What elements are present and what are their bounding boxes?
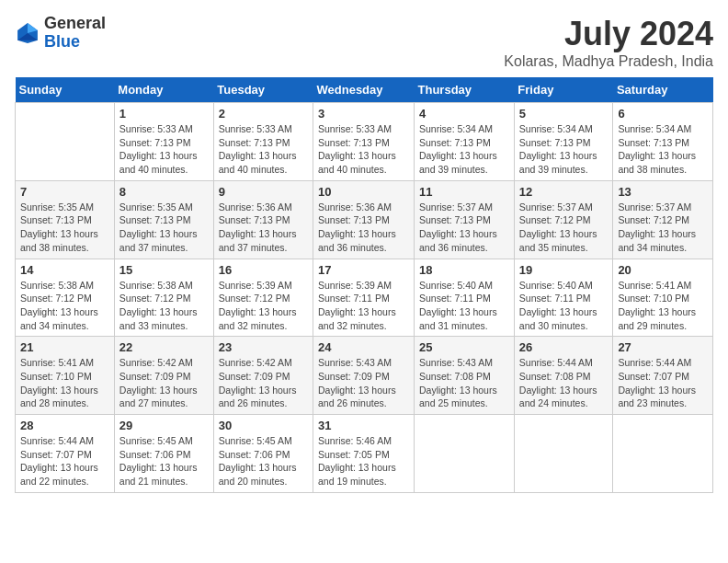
calendar-cell: 12Sunrise: 5:37 AMSunset: 7:12 PMDayligh… bbox=[514, 180, 613, 259]
day-number: 28 bbox=[20, 419, 109, 432]
day-info: Sunrise: 5:33 AMSunset: 7:13 PMDaylight:… bbox=[318, 122, 409, 177]
calendar-cell: 14Sunrise: 5:38 AMSunset: 7:12 PMDayligh… bbox=[16, 259, 115, 337]
day-info: Sunrise: 5:38 AMSunset: 7:12 PMDaylight:… bbox=[119, 279, 209, 333]
day-number: 6 bbox=[618, 107, 708, 121]
day-number: 1 bbox=[119, 107, 209, 121]
calendar-cell: 23Sunrise: 5:42 AMSunset: 7:09 PMDayligh… bbox=[213, 337, 313, 415]
calendar-cell: 15Sunrise: 5:38 AMSunset: 7:12 PMDayligh… bbox=[114, 259, 213, 337]
day-number: 12 bbox=[519, 185, 609, 199]
calendar-cell: 22Sunrise: 5:42 AMSunset: 7:09 PMDayligh… bbox=[114, 337, 213, 415]
day-number: 5 bbox=[519, 107, 609, 121]
day-info: Sunrise: 5:35 AMSunset: 7:13 PMDaylight:… bbox=[119, 201, 209, 255]
calendar-cell bbox=[514, 415, 613, 493]
calendar-cell bbox=[415, 415, 515, 493]
day-info: Sunrise: 5:44 AMSunset: 7:08 PMDaylight:… bbox=[519, 356, 609, 410]
day-info: Sunrise: 5:42 AMSunset: 7:09 PMDaylight:… bbox=[219, 356, 308, 410]
day-number: 20 bbox=[618, 263, 708, 277]
day-info: Sunrise: 5:38 AMSunset: 7:12 PMDaylight:… bbox=[20, 279, 109, 333]
day-number: 24 bbox=[318, 340, 409, 354]
day-info: Sunrise: 5:39 AMSunset: 7:11 PMDaylight:… bbox=[318, 279, 409, 333]
day-info: Sunrise: 5:37 AMSunset: 7:12 PMDaylight:… bbox=[519, 201, 609, 255]
week-row-4: 21Sunrise: 5:41 AMSunset: 7:10 PMDayligh… bbox=[16, 337, 713, 415]
day-number: 30 bbox=[219, 419, 308, 432]
day-info: Sunrise: 5:36 AMSunset: 7:13 PMDaylight:… bbox=[219, 201, 308, 255]
title-section: July 2024 Kolaras, Madhya Pradesh, India bbox=[504, 15, 713, 70]
calendar-cell: 5Sunrise: 5:34 AMSunset: 7:13 PMDaylight… bbox=[514, 103, 613, 181]
day-number: 2 bbox=[219, 107, 308, 121]
calendar-cell: 21Sunrise: 5:41 AMSunset: 7:10 PMDayligh… bbox=[16, 337, 115, 415]
logo: General Blue bbox=[15, 15, 106, 52]
col-monday: Monday bbox=[114, 77, 213, 103]
day-number: 15 bbox=[119, 263, 209, 277]
logo-general: General bbox=[44, 15, 106, 33]
day-number: 17 bbox=[318, 263, 409, 277]
day-number: 7 bbox=[20, 185, 109, 199]
day-info: Sunrise: 5:33 AMSunset: 7:13 PMDaylight:… bbox=[119, 122, 209, 177]
day-number: 11 bbox=[419, 185, 509, 199]
day-info: Sunrise: 5:39 AMSunset: 7:12 PMDaylight:… bbox=[219, 279, 308, 333]
calendar-cell: 9Sunrise: 5:36 AMSunset: 7:13 PMDaylight… bbox=[213, 180, 313, 259]
calendar-cell: 8Sunrise: 5:35 AMSunset: 7:13 PMDaylight… bbox=[114, 180, 213, 259]
calendar-cell: 11Sunrise: 5:37 AMSunset: 7:13 PMDayligh… bbox=[415, 180, 515, 259]
calendar-cell: 13Sunrise: 5:37 AMSunset: 7:12 PMDayligh… bbox=[613, 180, 713, 259]
main-title: July 2024 bbox=[504, 15, 713, 53]
calendar-body: 1Sunrise: 5:33 AMSunset: 7:13 PMDaylight… bbox=[16, 103, 713, 493]
day-number: 4 bbox=[419, 107, 509, 121]
day-info: Sunrise: 5:37 AMSunset: 7:13 PMDaylight:… bbox=[419, 201, 509, 255]
day-info: Sunrise: 5:42 AMSunset: 7:09 PMDaylight:… bbox=[119, 356, 209, 410]
calendar-cell: 7Sunrise: 5:35 AMSunset: 7:13 PMDaylight… bbox=[16, 180, 115, 259]
day-number: 27 bbox=[618, 340, 708, 354]
day-info: Sunrise: 5:34 AMSunset: 7:13 PMDaylight:… bbox=[618, 122, 708, 177]
week-row-2: 7Sunrise: 5:35 AMSunset: 7:13 PMDaylight… bbox=[16, 180, 713, 259]
logo-text: General Blue bbox=[44, 15, 106, 52]
logo-blue: Blue bbox=[44, 33, 106, 52]
calendar-table: Sunday Monday Tuesday Wednesday Thursday… bbox=[15, 77, 713, 493]
calendar-cell: 20Sunrise: 5:41 AMSunset: 7:10 PMDayligh… bbox=[613, 259, 713, 337]
day-info: Sunrise: 5:40 AMSunset: 7:11 PMDaylight:… bbox=[419, 279, 509, 333]
day-number: 16 bbox=[219, 263, 308, 277]
day-info: Sunrise: 5:46 AMSunset: 7:05 PMDaylight:… bbox=[318, 434, 409, 488]
calendar-cell: 25Sunrise: 5:43 AMSunset: 7:08 PMDayligh… bbox=[415, 337, 515, 415]
day-info: Sunrise: 5:36 AMSunset: 7:13 PMDaylight:… bbox=[318, 201, 409, 255]
calendar-cell: 6Sunrise: 5:34 AMSunset: 7:13 PMDaylight… bbox=[613, 103, 713, 181]
day-info: Sunrise: 5:43 AMSunset: 7:09 PMDaylight:… bbox=[318, 356, 409, 410]
calendar-cell: 26Sunrise: 5:44 AMSunset: 7:08 PMDayligh… bbox=[514, 337, 613, 415]
day-info: Sunrise: 5:40 AMSunset: 7:11 PMDaylight:… bbox=[519, 279, 609, 333]
day-number: 10 bbox=[318, 185, 409, 199]
col-thursday: Thursday bbox=[415, 77, 515, 103]
calendar-header: Sunday Monday Tuesday Wednesday Thursday… bbox=[16, 77, 713, 103]
day-number: 13 bbox=[618, 185, 708, 199]
day-number: 19 bbox=[519, 263, 609, 277]
day-number: 3 bbox=[318, 107, 409, 121]
day-number: 25 bbox=[419, 340, 509, 354]
calendar-cell: 29Sunrise: 5:45 AMSunset: 7:06 PMDayligh… bbox=[114, 415, 213, 493]
day-number: 21 bbox=[20, 340, 109, 354]
col-wednesday: Wednesday bbox=[313, 77, 415, 103]
logo-icon bbox=[15, 20, 40, 46]
calendar-cell: 1Sunrise: 5:33 AMSunset: 7:13 PMDaylight… bbox=[114, 103, 213, 181]
day-number: 22 bbox=[119, 340, 209, 354]
calendar-cell: 31Sunrise: 5:46 AMSunset: 7:05 PMDayligh… bbox=[313, 415, 415, 493]
day-number: 26 bbox=[519, 340, 609, 354]
day-info: Sunrise: 5:34 AMSunset: 7:13 PMDaylight:… bbox=[419, 122, 509, 177]
calendar-cell: 17Sunrise: 5:39 AMSunset: 7:11 PMDayligh… bbox=[313, 259, 415, 337]
day-number: 31 bbox=[318, 419, 409, 432]
calendar-cell: 28Sunrise: 5:44 AMSunset: 7:07 PMDayligh… bbox=[16, 415, 115, 493]
calendar-cell: 16Sunrise: 5:39 AMSunset: 7:12 PMDayligh… bbox=[213, 259, 313, 337]
col-friday: Friday bbox=[514, 77, 613, 103]
calendar-cell bbox=[613, 415, 713, 493]
calendar-cell: 27Sunrise: 5:44 AMSunset: 7:07 PMDayligh… bbox=[613, 337, 713, 415]
calendar-cell: 2Sunrise: 5:33 AMSunset: 7:13 PMDaylight… bbox=[213, 103, 313, 181]
day-info: Sunrise: 5:37 AMSunset: 7:12 PMDaylight:… bbox=[618, 201, 708, 255]
calendar-cell bbox=[16, 103, 115, 181]
subtitle: Kolaras, Madhya Pradesh, India bbox=[504, 53, 713, 70]
calendar-cell: 18Sunrise: 5:40 AMSunset: 7:11 PMDayligh… bbox=[415, 259, 515, 337]
day-info: Sunrise: 5:41 AMSunset: 7:10 PMDaylight:… bbox=[618, 279, 708, 333]
day-number: 8 bbox=[119, 185, 209, 199]
calendar-cell: 10Sunrise: 5:36 AMSunset: 7:13 PMDayligh… bbox=[313, 180, 415, 259]
col-tuesday: Tuesday bbox=[213, 77, 313, 103]
col-sunday: Sunday bbox=[16, 77, 115, 103]
day-info: Sunrise: 5:44 AMSunset: 7:07 PMDaylight:… bbox=[618, 356, 708, 410]
calendar-cell: 4Sunrise: 5:34 AMSunset: 7:13 PMDaylight… bbox=[415, 103, 515, 181]
week-row-5: 28Sunrise: 5:44 AMSunset: 7:07 PMDayligh… bbox=[16, 415, 713, 493]
